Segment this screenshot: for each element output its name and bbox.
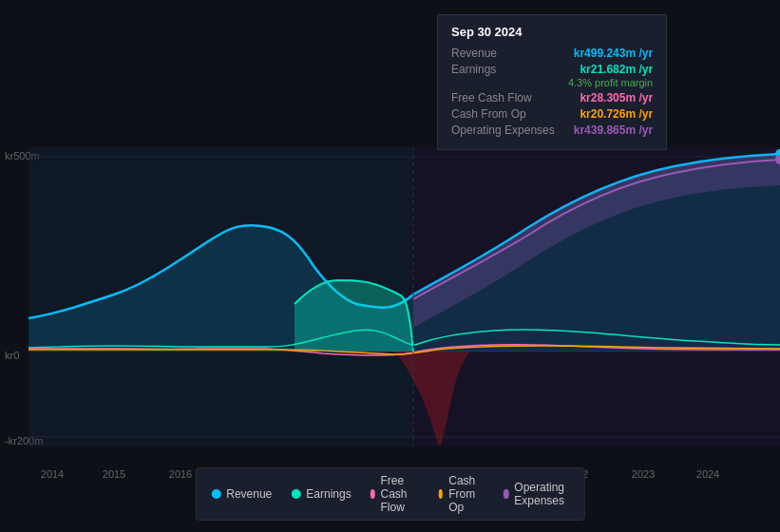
legend-item-earnings: Earnings bbox=[291, 487, 351, 501]
tooltip-earnings-row: Earnings kr21.682m /yr bbox=[451, 63, 653, 76]
x-label-2024: 2024 bbox=[696, 468, 719, 480]
legend-label-opex: Operating Expenses bbox=[514, 481, 568, 507]
legend-dot-earnings bbox=[291, 489, 300, 499]
tooltip-earnings-label: Earnings bbox=[451, 63, 496, 76]
legend-label-cfo: Cash From Op bbox=[448, 474, 485, 514]
tooltip-fcf-row: Free Cash Flow kr28.305m /yr bbox=[451, 91, 653, 104]
tooltip-revenue-value: kr499.243m /yr bbox=[574, 47, 653, 60]
legend-label-revenue: Revenue bbox=[226, 487, 272, 501]
legend-label-earnings: Earnings bbox=[306, 487, 351, 501]
legend-dot-opex bbox=[504, 489, 508, 499]
tooltip-opex-label: Operating Expenses bbox=[451, 124, 555, 137]
legend-label-fcf: Free Cash Flow bbox=[381, 474, 420, 514]
legend-dot-fcf bbox=[371, 489, 375, 499]
legend-item-revenue: Revenue bbox=[211, 487, 272, 501]
tooltip-opex-row: Operating Expenses kr439.865m /yr bbox=[451, 124, 653, 137]
tooltip-opex-value: kr439.865m /yr bbox=[574, 124, 653, 137]
legend-item-opex: Operating Expenses bbox=[504, 481, 569, 507]
tooltip-date: Sep 30 2024 bbox=[451, 25, 653, 39]
tooltip-cfo-row: Cash From Op kr20.726m /yr bbox=[451, 107, 653, 121]
tooltip-box: Sep 30 2024 Revenue kr499.243m /yr Earni… bbox=[437, 14, 667, 150]
x-label-2014: 2014 bbox=[41, 468, 64, 480]
tooltip-cfo-label: Cash From Op bbox=[451, 107, 526, 121]
legend-dot-cfo bbox=[438, 489, 443, 499]
tooltip-earnings-value: kr21.682m /yr bbox=[580, 63, 653, 76]
tooltip-profit-margin: 4.3% profit margin bbox=[451, 77, 653, 88]
tooltip-revenue-label: Revenue bbox=[451, 47, 497, 60]
legend-item-cfo: Cash From Op bbox=[438, 474, 485, 514]
tooltip-fcf-label: Free Cash Flow bbox=[451, 91, 532, 104]
tooltip-cfo-value: kr20.726m /yr bbox=[580, 107, 653, 121]
x-label-2016: 2016 bbox=[169, 468, 192, 480]
legend-dot-revenue bbox=[211, 489, 220, 499]
chart-container: Sep 30 2024 Revenue kr499.243m /yr Earni… bbox=[0, 0, 780, 532]
tooltip-revenue-row: Revenue kr499.243m /yr bbox=[451, 47, 653, 60]
x-label-2023: 2023 bbox=[632, 468, 655, 480]
tooltip-fcf-value: kr28.305m /yr bbox=[580, 91, 653, 104]
chart-legend: Revenue Earnings Free Cash Flow Cash Fro… bbox=[195, 467, 585, 521]
legend-item-fcf: Free Cash Flow bbox=[371, 474, 420, 514]
x-label-2015: 2015 bbox=[103, 468, 125, 480]
